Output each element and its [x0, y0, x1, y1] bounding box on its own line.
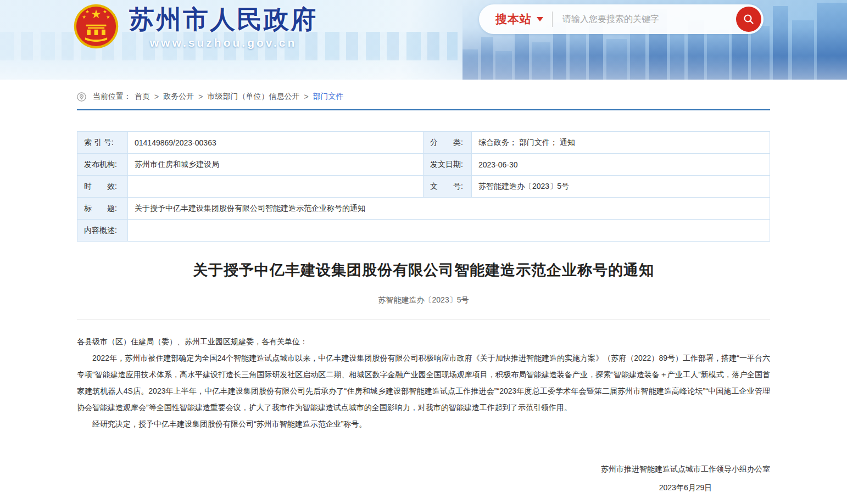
meta-validity-value — [128, 176, 424, 198]
breadcrumb-rule — [77, 109, 770, 110]
meta-date-value: 2023-06-30 — [472, 154, 770, 176]
title-divider — [77, 320, 770, 320]
breadcrumb-separator: > — [304, 92, 308, 101]
meta-index-label: 索 引 号: — [77, 132, 128, 154]
search-scope-dropdown[interactable]: 搜本站 — [495, 12, 543, 27]
breadcrumb-dept-documents[interactable]: 部门文件 — [313, 92, 344, 102]
breadcrumb: 当前位置： 首页 > 政务公开 > 市级部门（单位）信息公开 > 部门文件 — [77, 92, 770, 102]
table-row: 标 题: 关于授予中亿丰建设集团股份有限公司智能建造示范企业称号的通知 — [77, 198, 770, 220]
table-row: 索 引 号: 014149869/2023-00363 分 类: 综合政务； 部… — [77, 132, 770, 154]
meta-summary-label: 内容概述: — [77, 220, 128, 242]
signature-org: 苏州市推进智能建造试点城市工作领导小组办公室 — [601, 460, 770, 478]
meta-date-label: 发文日期: — [424, 154, 472, 176]
search-divider — [552, 12, 553, 27]
location-icon — [77, 92, 86, 102]
document-number: 苏智能建造办〔2023〕5号 — [77, 295, 770, 305]
search-bar: 搜本站 — [479, 4, 764, 34]
table-row: 发布机构: 苏州市住房和城乡建设局 发文日期: 2023-06-30 — [77, 154, 770, 176]
meta-summary-value — [128, 220, 770, 242]
site-url: www.suzhou.gov.cn — [150, 36, 297, 49]
meta-validity-label: 时 效: — [77, 176, 128, 198]
meta-category-label: 分 类: — [424, 132, 472, 154]
meta-docnum-label: 文 号: — [424, 176, 472, 198]
chevron-down-icon — [537, 17, 543, 21]
breadcrumb-separator: > — [154, 92, 159, 101]
meta-title-value: 关于授予中亿丰建设集团股份有限公司智能建造示范企业称号的通知 — [128, 198, 770, 220]
breadcrumb-separator: > — [198, 92, 203, 101]
national-emblem-logo — [73, 3, 119, 49]
meta-publisher-value: 苏州市住房和城乡建设局 — [128, 154, 424, 176]
breadcrumb-dept-disclosure[interactable]: 市级部门（单位）信息公开 — [207, 92, 299, 102]
breadcrumb-label: 当前位置： — [93, 92, 131, 102]
document-body: 各县级市（区）住建局（委）、苏州工业园区规建委，各有关单位： 2022年，苏州市… — [77, 333, 770, 432]
table-row: 时 效: 文 号: 苏智能建造办〔2023〕5号 — [77, 176, 770, 198]
search-button[interactable] — [736, 7, 761, 32]
document-meta-table: 索 引 号: 014149869/2023-00363 分 类: 综合政务； 部… — [77, 131, 770, 242]
site-title: 苏州市人民政府 — [129, 3, 317, 35]
meta-title-label: 标 题: — [77, 198, 128, 220]
meta-category-value: 综合政务； 部门文件； 通知 — [472, 132, 770, 154]
site-header: 苏州市人民政府 www.suzhou.gov.cn 搜本站 — [0, 0, 847, 80]
search-icon — [742, 13, 755, 26]
signature-date: 2023年6月29日 — [601, 478, 770, 497]
body-paragraph: 经研究决定，授予中亿丰建设集团股份有限公司“苏州市智能建造示范企业”称号。 — [77, 416, 770, 432]
search-scope-label: 搜本站 — [495, 12, 532, 27]
site-brand: 苏州市人民政府 www.suzhou.gov.cn — [73, 3, 317, 49]
table-row: 内容概述: — [77, 220, 770, 242]
salutation: 各县级市（区）住建局（委）、苏州工业园区规建委，各有关单位： — [77, 333, 770, 350]
meta-index-value: 014149869/2023-00363 — [128, 132, 424, 154]
breadcrumb-gov-info[interactable]: 政务公开 — [163, 92, 194, 102]
signature-block: 苏州市推进智能建造试点城市工作领导小组办公室 2023年6月29日 — [77, 460, 770, 497]
breadcrumb-home[interactable]: 首页 — [135, 92, 150, 102]
meta-publisher-label: 发布机构: — [77, 154, 128, 176]
body-paragraph: 2022年，苏州市被住建部确定为全国24个智能建造试点城市以来，中亿丰建设集团股… — [77, 350, 770, 416]
search-input[interactable] — [562, 14, 736, 24]
meta-docnum-value: 苏智能建造办〔2023〕5号 — [472, 176, 770, 198]
page-title: 关于授予中亿丰建设集团股份有限公司智能建造示范企业称号的通知 — [77, 260, 770, 280]
